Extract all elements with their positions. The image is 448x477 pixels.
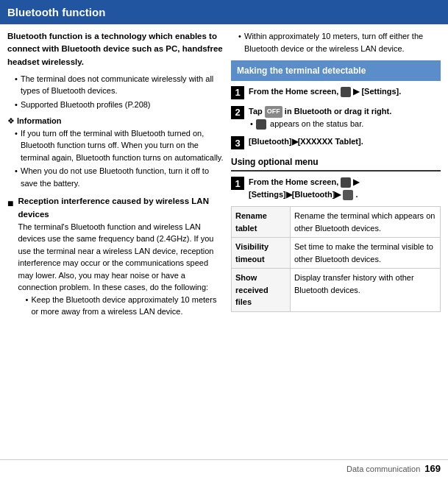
table-body: Rename tablet Rename the terminal which … [232,207,441,312]
table-cell-value: Rename the terminal which appears on oth… [291,207,441,238]
interference-title: Reception interference caused by wireles… [18,195,225,221]
table-row: Rename tablet Rename the terminal which … [232,207,441,238]
table-cell-label: Visibility timeout [232,238,291,269]
step-text: Tap OFF in Bluetooth or drag it right. [249,107,391,116]
interference-section: ■ Reception interference caused by wirel… [7,195,225,322]
step-sub: appears on the status bar. [249,118,441,130]
page-header: Bluetooth function [0,0,448,24]
header-title: Bluetooth function [7,6,105,18]
list-item: When you do not use Bluetooth function, … [15,165,225,189]
interference-sub-list: Keep the Bluetooth device approximately … [25,294,225,318]
info-section: ❖ Information If you turn off the termin… [7,115,225,189]
info-diamond: ❖ [7,116,15,125]
step-content: Tap OFF in Bluetooth or drag it right. a… [249,105,441,130]
step-number: 3 [231,136,244,149]
step-number: 2 [231,106,244,119]
list-item: The terminal does not communicate wirele… [15,73,225,97]
table-cell-label: Show received files [232,269,291,312]
info-heading: Information [17,116,62,125]
step-number: 1 [231,86,244,99]
page-footer: Data communication 169 [0,459,448,477]
step-content: From the Home screen, ▶ [Settings]▶[Blue… [249,176,441,200]
info-list: If you turn off the terminal with Blueto… [15,127,225,190]
section1-heading: Making the terminal detectable [231,60,441,81]
page-container: Bluetooth function Bluetooth function is… [0,0,448,477]
step-text: [Bluetooth]▶[XXXXXX Tablet]. [249,137,363,146]
step-content: From the Home screen, ▶ [Settings]. [249,85,441,98]
black-square-icon: ■ [7,196,13,322]
table-row: Visibility timeout Set time to make the … [232,238,441,269]
interference-content: Reception interference caused by wireles… [18,195,225,322]
step-text: From the Home screen, ▶ [Settings]. [249,87,401,96]
right-column: Within approximately 10 meters, turn off… [231,30,441,453]
step-3a: 3 [Bluetooth]▶[XXXXXX Tablet]. [231,135,441,149]
list-item: Within approximately 10 meters, turn off… [238,30,441,54]
table-cell-value: Display transfer history with other Blue… [291,269,441,312]
list-item: If you turn off the terminal with Blueto… [15,127,225,164]
off-icon: OFF [265,106,282,118]
footer-page: 169 [424,463,441,474]
table-cell-value: Set time to make the terminal visible to… [291,238,441,269]
menu-table: Rename tablet Rename the terminal which … [231,206,441,312]
main-content: Bluetooth function is a technology which… [0,24,448,459]
step-content: [Bluetooth]▶[XXXXXX Tablet]. [249,135,441,148]
intro-text: Bluetooth function is a technology which… [7,30,225,68]
interference-body: The terminal's Bluetooth function and wi… [18,221,225,294]
step-1a: 1 From the Home screen, ▶ [Settings]. [231,85,441,99]
bullet-list: The terminal does not communicate wirele… [15,73,225,111]
step-1b: 1 From the Home screen, ▶ [Settings]▶[Bl… [231,176,441,200]
footer-label: Data communication [346,464,420,473]
list-item: Keep the Bluetooth device approximately … [25,294,225,318]
list-item: Supported Bluetooth profiles (P.208) [15,99,225,111]
within-list: Within approximately 10 meters, turn off… [238,30,441,54]
left-column: Bluetooth function is a technology which… [7,30,225,453]
step-number: 1 [231,177,244,190]
section2-heading: Using optional menu [231,155,441,172]
table-row: Show received files Display transfer his… [232,269,441,312]
step-text: From the Home screen, ▶ [Settings]▶[Blue… [249,177,359,199]
info-header: ❖ Information [7,115,225,127]
step-2a: 2 Tap OFF in Bluetooth or drag it right.… [231,105,441,130]
table-cell-label: Rename tablet [232,207,291,238]
